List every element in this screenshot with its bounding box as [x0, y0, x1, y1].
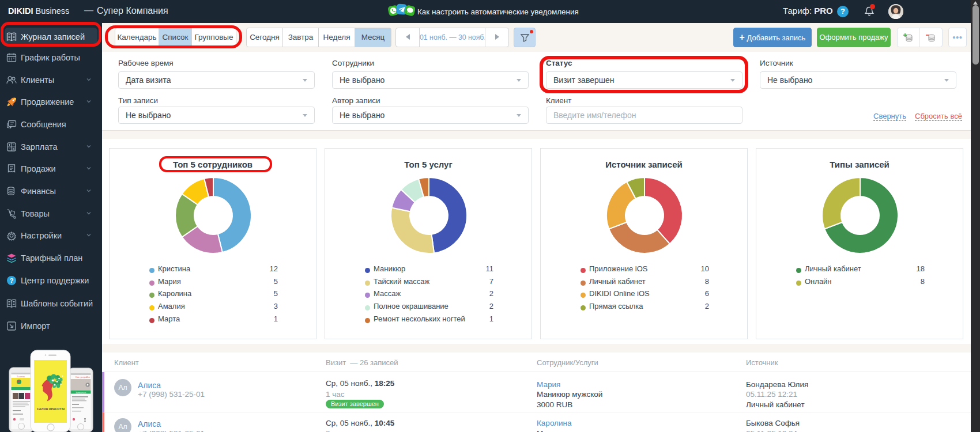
- svg-text:Вся: Вся: [86, 376, 90, 378]
- svg-text:Записаться: Записаться: [76, 392, 86, 394]
- svg-text:1 саяна: 1 саяна: [17, 375, 25, 378]
- svg-text:?: ?: [10, 277, 14, 284]
- svg-text:САЛОН КРАСОТЫ: САЛОН КРАСОТЫ: [37, 407, 65, 411]
- svg-text:Нов. услуга: Нов. услуга: [76, 376, 86, 378]
